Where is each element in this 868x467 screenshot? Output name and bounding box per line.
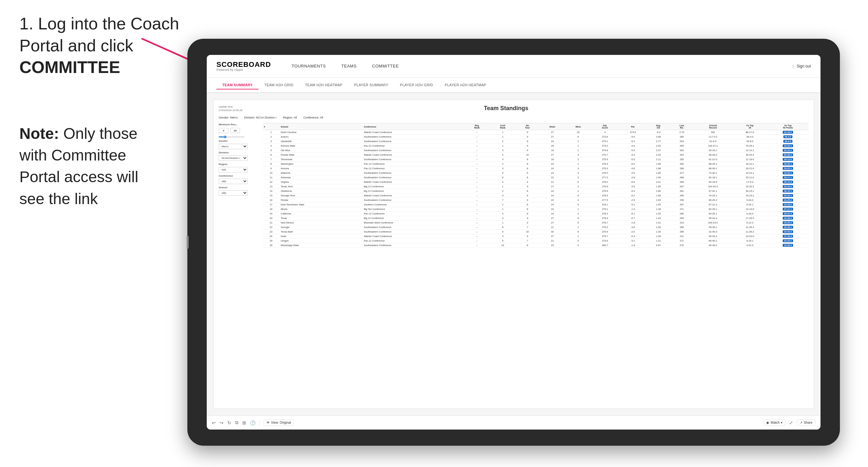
panel-title: Team Standings (242, 105, 770, 112)
table-cell: 278.1 (591, 203, 619, 207)
table-cell: 33-29-1 (767, 171, 809, 175)
table-cell: 1.55 (647, 203, 670, 207)
table-cell: 26 (262, 243, 279, 248)
table-cell: 0.97 (647, 243, 670, 248)
table-cell: 265 (670, 193, 693, 198)
nav-tournaments[interactable]: TOURNAMENTS (284, 61, 334, 71)
table-cell: 6 (490, 175, 516, 180)
redo-icon[interactable]: ↪ (220, 420, 223, 425)
table-cell: 260 (670, 135, 693, 139)
table-cell: 63-15-1 (693, 148, 732, 153)
view-original-btn[interactable]: 👁 View: Original (264, 419, 294, 426)
subnav-player-h2h-grid[interactable]: PLAYER H2H GRID (394, 81, 439, 90)
table-cell: 2.70 (670, 130, 693, 135)
table-cell: -5.3 (619, 189, 646, 193)
table-cell: 38-6-0 (767, 139, 809, 144)
table-cell: 4 (566, 153, 591, 157)
min-row-input-1[interactable] (219, 128, 228, 133)
table-cell: 30-15-1 (732, 189, 767, 193)
table-cell: 279.7 (591, 234, 619, 239)
table-cell: 1.90 (647, 175, 670, 180)
table-cell: – (464, 153, 490, 157)
table-cell: 37-30-0 (767, 234, 809, 239)
update-time: Update time: 27/03/2024 16:56:26 (219, 105, 242, 112)
table-cell: 6 (262, 153, 279, 157)
refresh-icon[interactable]: ↻ (227, 420, 231, 425)
table-cell: 24 (539, 189, 565, 193)
table-cell: 9 (516, 198, 539, 203)
nav-committee[interactable]: COMMITTEE (364, 61, 407, 71)
table-cell: 59-41-4 (693, 216, 732, 221)
table-cell: 17 (262, 203, 279, 207)
table-cell: -5.2 (647, 130, 670, 135)
table-cell: 1.85 (647, 193, 670, 198)
table-row: 9ArizonaPac-12 Conference–38243276.3-4.6… (262, 166, 809, 171)
col-rank: # (262, 123, 279, 130)
expand-icon[interactable]: ⤢ (789, 420, 793, 425)
table-cell: 7 (262, 157, 279, 162)
conference-select[interactable]: (All) (219, 179, 248, 184)
gender-select[interactable]: Men's (219, 144, 248, 149)
col-adj-score: Adj.Score (591, 123, 619, 130)
table-cell: Florida State (279, 153, 363, 157)
table-cell: 13 (262, 184, 279, 189)
subnav-team-summary[interactable]: TEAM SUMMARY (216, 81, 258, 90)
table-cell: 8 (516, 243, 539, 248)
table-cell: 1.63 (647, 198, 670, 203)
table-cell: 9 (516, 135, 539, 139)
table-cell: – (464, 135, 490, 139)
division-select[interactable]: NCAA Division I (219, 155, 248, 161)
table-cell: 1 (566, 207, 591, 212)
table-cell: Georgia Tech (279, 193, 363, 198)
table-row: 23Texas A&MSoutheastern Conference–91030… (262, 229, 809, 234)
table-cell: 277.0 (591, 175, 619, 180)
copy-icon[interactable]: ⧉ (235, 420, 239, 425)
table-cell: 279.5 (591, 239, 619, 243)
table-cell: 1 (566, 148, 591, 153)
table-cell: 23-23-1 (732, 193, 767, 198)
table-cell: 40-33-2 (767, 184, 809, 189)
table-cell: -4.4 (619, 153, 646, 157)
table-cell: 1 (490, 203, 516, 207)
min-row-input-2[interactable] (230, 128, 240, 133)
region-select[interactable]: N/A (219, 167, 248, 173)
school-ctrl-label: School (219, 186, 257, 189)
table-cell: 2 (566, 157, 591, 162)
table-cell: 279.9 (591, 229, 619, 234)
gender-filter: Gender: Men's (219, 116, 238, 119)
table-row: 15Georgia TechAtlantic Coast Conference–… (262, 193, 809, 198)
table-cell: Atlantic Coast Conference (363, 130, 464, 135)
table-cell: Southeastern Conference (363, 225, 464, 229)
table-row: 11ArkansasSoutheastern Conference–682232… (262, 175, 809, 180)
school-select[interactable]: (All) (219, 190, 248, 196)
table-cell: 3 (566, 171, 591, 175)
col-conference: Conference (363, 123, 464, 130)
table-cell: -6.2 (619, 139, 646, 144)
conference-ctrl-label: Conference (219, 175, 257, 177)
table-cell: 274.8 (591, 148, 619, 153)
share-btn[interactable]: ↗ Share (797, 419, 815, 426)
table-cell: 9 (516, 221, 539, 225)
subnav-team-h2h-heatmap[interactable]: TEAM H2H HEATMAP (299, 81, 348, 90)
undo-icon[interactable]: ↩ (212, 420, 216, 425)
clock-icon[interactable]: 🕐 (250, 420, 255, 425)
division-value: NCAA Division I (256, 116, 277, 119)
paste-icon[interactable]: ⊞ (242, 420, 246, 425)
watch-btn[interactable]: ◉ Watch ▾ (763, 419, 785, 426)
sign-out-link[interactable]: | Sign out (793, 64, 811, 68)
table-cell: 2 (490, 139, 516, 144)
table-cell: 26 (539, 144, 565, 148)
table-cell: 8 (516, 193, 539, 198)
subnav-player-summary[interactable]: PLAYER SUMMARY (348, 81, 394, 90)
table-cell: 273.6 (591, 135, 619, 139)
bottom-toolbar: ↩ ↪ ↻ ⧉ ⊞ 🕐 👁 View: Original ◉ Watch ▾ ⤢… (207, 415, 820, 430)
table-cell: – (464, 198, 490, 203)
table-cell: 5 (490, 171, 516, 175)
left-controls: Minimum Rou... (219, 123, 257, 248)
table-cell: 91-6-0 (693, 139, 732, 144)
table-cell: 23 (539, 171, 565, 175)
subnav-player-h2h-heatmap[interactable]: PLAYER H2H HEATMAP (439, 81, 492, 90)
watch-chevron: ▾ (781, 421, 782, 424)
nav-teams[interactable]: TEAMS (334, 61, 364, 71)
subnav-team-h2h-grid[interactable]: TEAM H2H GRID (258, 81, 299, 90)
